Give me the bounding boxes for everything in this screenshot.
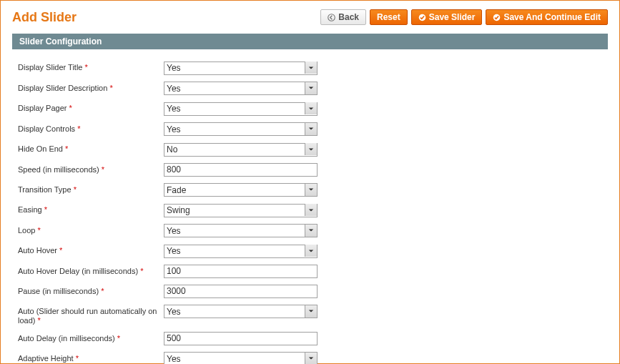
loop-label: Loop bbox=[18, 226, 35, 235]
easing-select[interactable]: Swing bbox=[164, 204, 318, 217]
pause-input[interactable] bbox=[164, 285, 318, 298]
required-marker: * bbox=[67, 104, 72, 112]
required-marker: * bbox=[72, 185, 77, 194]
back-icon bbox=[328, 14, 335, 21]
display-controls-label: Display Controls bbox=[18, 124, 75, 133]
display-title-label: Display Slider Title bbox=[18, 63, 82, 72]
loop-select[interactable]: Yes bbox=[164, 224, 318, 237]
save-button-label: Save Slider bbox=[429, 12, 476, 22]
speed-label: Speed (in milliseconds) bbox=[18, 165, 99, 174]
back-button[interactable]: Back bbox=[320, 9, 366, 25]
hide-on-end-label: Hide On End bbox=[18, 144, 63, 153]
required-marker: * bbox=[99, 287, 104, 295]
page-title: Add Slider bbox=[12, 10, 320, 25]
adaptive-height-label: Adaptive Height bbox=[18, 354, 74, 363]
auto-delay-label: Auto Delay (in milliseconds) bbox=[18, 334, 115, 343]
auto-hover-delay-input[interactable] bbox=[164, 265, 318, 278]
display-desc-select[interactable]: Yes bbox=[164, 82, 318, 95]
transition-label: Transition Type bbox=[18, 185, 72, 194]
display-pager-label: Display Pager bbox=[18, 104, 67, 112]
auto-delay-input[interactable] bbox=[164, 332, 318, 345]
required-marker: * bbox=[35, 226, 40, 235]
display-pager-select[interactable]: Yes bbox=[164, 102, 318, 116]
required-marker: * bbox=[74, 354, 79, 363]
auto-hover-delay-label: Auto Hover Delay (in milliseconds) bbox=[18, 267, 138, 275]
required-marker: * bbox=[42, 205, 47, 214]
auto-run-select[interactable]: Yes bbox=[164, 305, 318, 318]
adaptive-height-select[interactable]: Yes bbox=[164, 352, 318, 364]
save-continue-button-label: Save And Continue Edit bbox=[503, 12, 601, 22]
required-marker: * bbox=[82, 63, 87, 72]
required-marker: * bbox=[99, 165, 104, 174]
required-marker: * bbox=[75, 124, 80, 133]
display-desc-label: Display Slider Description bbox=[18, 84, 107, 92]
save-button[interactable]: Save Slider bbox=[411, 9, 483, 25]
required-marker: * bbox=[138, 267, 143, 275]
required-marker: * bbox=[57, 246, 62, 255]
check-icon bbox=[493, 14, 501, 21]
display-title-select[interactable]: Yes bbox=[164, 62, 318, 75]
required-marker: * bbox=[63, 144, 68, 153]
required-marker: * bbox=[35, 316, 40, 325]
display-controls-select[interactable]: Yes bbox=[164, 122, 318, 136]
hide-on-end-select[interactable]: No bbox=[164, 143, 318, 157]
reset-button-label: Reset bbox=[377, 12, 400, 22]
save-continue-button[interactable]: Save And Continue Edit bbox=[486, 9, 608, 25]
auto-hover-select[interactable]: Yes bbox=[164, 245, 318, 258]
required-marker: * bbox=[107, 84, 112, 92]
reset-button[interactable]: Reset bbox=[370, 9, 408, 25]
easing-label: Easing bbox=[18, 205, 42, 214]
svg-point-0 bbox=[328, 14, 335, 21]
pause-label: Pause (in milliseconds) bbox=[18, 287, 99, 295]
speed-input[interactable] bbox=[164, 163, 318, 177]
back-button-label: Back bbox=[338, 12, 359, 22]
check-icon bbox=[418, 14, 426, 21]
required-marker: * bbox=[115, 334, 120, 343]
auto-hover-label: Auto Hover bbox=[18, 246, 57, 255]
transition-select[interactable]: Fade bbox=[164, 183, 318, 197]
section-title: Slider Configuration bbox=[12, 34, 608, 49]
